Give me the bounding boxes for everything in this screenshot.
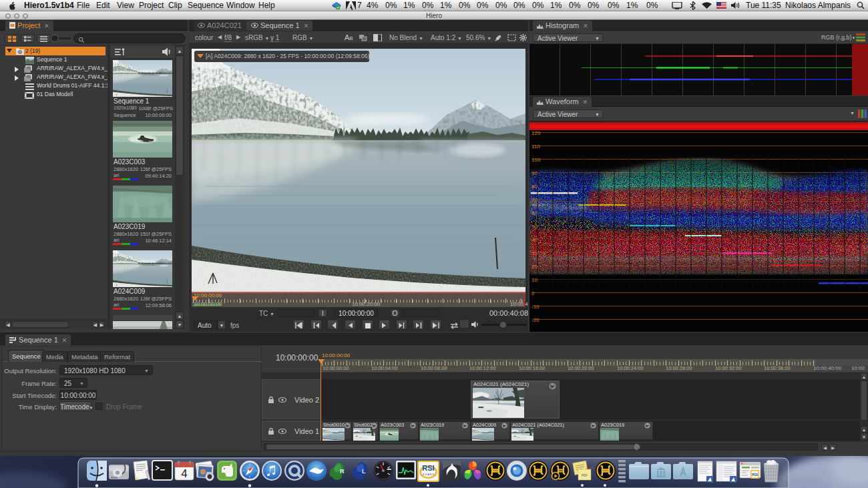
svg-text:-10: -10 xyxy=(531,304,539,310)
svg-text:10: 10 xyxy=(531,277,537,283)
svg-text:30: 30 xyxy=(531,250,537,256)
svg-text:110: 110 xyxy=(531,144,540,150)
svg-text:70: 70 xyxy=(531,197,537,203)
svg-text:PDF: PDF xyxy=(582,474,588,477)
svg-text:20: 20 xyxy=(531,264,537,270)
svg-text:R: R xyxy=(340,468,345,475)
svg-text:4: 4 xyxy=(181,467,187,480)
svg-text:-20: -20 xyxy=(531,317,539,323)
svg-text:50: 50 xyxy=(531,224,537,230)
svg-text:RSI: RSI xyxy=(752,473,758,477)
svg-text:100: 100 xyxy=(531,157,541,163)
svg-text:90: 90 xyxy=(531,170,537,176)
svg-text:G U A R D: G U A R D xyxy=(422,473,435,476)
svg-text:40: 40 xyxy=(531,237,537,243)
svg-text:L: L xyxy=(362,468,366,475)
svg-text:80: 80 xyxy=(531,184,537,190)
svg-text:0: 0 xyxy=(531,290,535,296)
svg-text:120: 120 xyxy=(531,130,541,136)
svg-text:60: 60 xyxy=(531,210,537,216)
svg-text:RSI: RSI xyxy=(422,464,434,472)
